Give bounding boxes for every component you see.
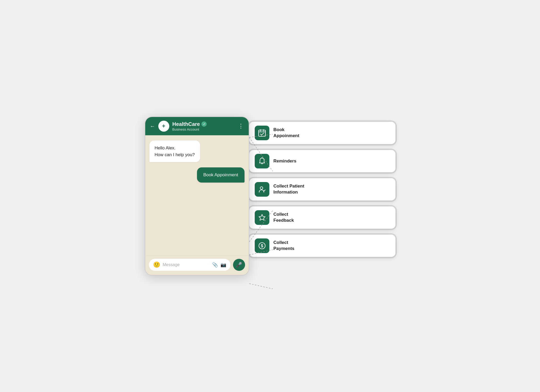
contact-name: HealthCare ✓	[172, 121, 235, 127]
received-bubble: Hello Alex. How can I help you?	[149, 141, 200, 162]
feature-card-patient-info[interactable]: Collect Patient Information	[249, 178, 396, 201]
svg-line-4	[249, 284, 273, 289]
star-icon	[258, 214, 266, 221]
book-appointment-label: Book Appoinment	[274, 127, 299, 139]
more-options-button[interactable]: ⋮	[238, 123, 244, 130]
features-column: Book Appoinment Reminders	[249, 116, 396, 257]
mic-button[interactable]: 🎤	[233, 259, 245, 271]
patient-info-label: Collect Patient Information	[274, 183, 304, 195]
message-placeholder: Message	[163, 262, 210, 267]
book-appointment-icon-box	[255, 126, 269, 140]
phone-mockup: ← + HealthCare ✓ Business Account ⋮ Hell…	[145, 116, 249, 276]
chat-body: Hello Alex. How can I help you? Book App…	[145, 135, 249, 255]
message-input-area[interactable]: 🙂 Message 📎 📷	[149, 259, 230, 271]
feature-feedback-wrapper: Collect Feedback	[249, 206, 396, 229]
calendar-check-icon	[258, 129, 266, 137]
feature-card-reminders[interactable]: Reminders	[249, 150, 396, 172]
back-button[interactable]: ←	[150, 123, 155, 129]
emoji-icon[interactable]: 🙂	[153, 261, 160, 268]
feature-book-appointment-wrapper: Book Appoinment	[249, 122, 396, 144]
payments-label: Collect Payments	[274, 240, 294, 252]
dollar-icon: $	[258, 242, 266, 250]
feedback-label: Collect Feedback	[274, 212, 294, 224]
account-type: Business Account	[172, 127, 235, 131]
sent-bubble: Book Appoinment	[197, 167, 244, 183]
svg-text:$: $	[261, 244, 263, 248]
mic-icon: 🎤	[236, 262, 242, 268]
svg-marker-12	[259, 214, 265, 220]
svg-point-11	[260, 187, 263, 189]
feature-card-book-appointment[interactable]: Book Appoinment	[249, 122, 396, 144]
payments-icon-box: $	[255, 238, 269, 253]
feature-card-feedback[interactable]: Collect Feedback	[249, 206, 396, 229]
svg-rect-5	[259, 130, 265, 136]
bell-icon	[258, 157, 266, 165]
patient-info-icon-box	[255, 182, 269, 197]
attach-icon[interactable]: 📎	[212, 262, 218, 268]
chat-header: ← + HealthCare ✓ Business Account ⋮	[145, 117, 249, 135]
contact-info: HealthCare ✓ Business Account	[172, 121, 235, 131]
feature-card-payments[interactable]: $ Collect Payments	[249, 235, 396, 257]
verified-badge: ✓	[201, 121, 207, 127]
camera-icon[interactable]: 📷	[220, 262, 226, 268]
feature-patient-info-wrapper: Collect Patient Information	[249, 178, 396, 201]
reminders-label: Reminders	[274, 158, 297, 164]
feedback-icon-box	[255, 210, 269, 225]
chat-footer: 🙂 Message 📎 📷 🎤	[145, 255, 249, 275]
reminders-icon-box	[255, 154, 269, 168]
user-check-icon	[258, 185, 266, 193]
avatar: +	[158, 121, 169, 132]
plus-icon: +	[162, 123, 165, 130]
feature-reminders-wrapper: Reminders	[249, 150, 396, 172]
feature-payments-wrapper: $ Collect Payments	[249, 235, 396, 257]
